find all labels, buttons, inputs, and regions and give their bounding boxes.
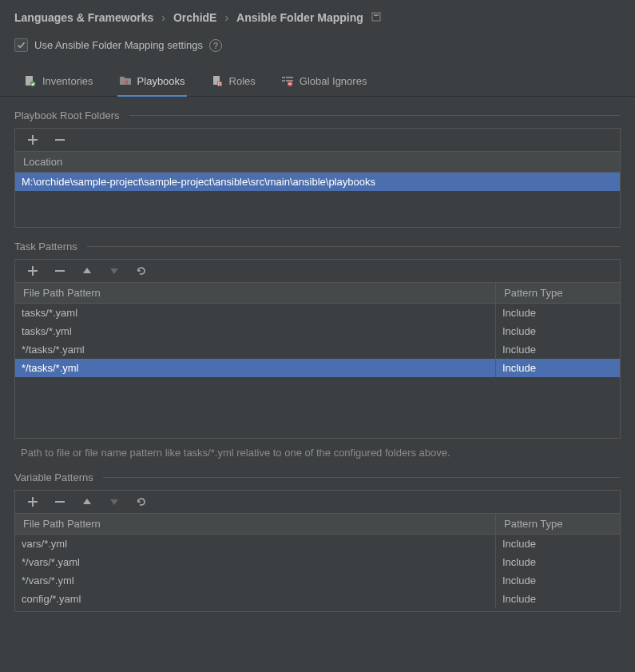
table-row[interactable]: */vars/*.yml Include bbox=[15, 571, 620, 590]
table-row[interactable]: */vars/*.yaml Include bbox=[15, 553, 620, 571]
section-title: Task Patterns bbox=[14, 241, 77, 252]
chevron-right-icon: › bbox=[161, 11, 165, 24]
table-row[interactable]: M:\orchide\sample-project\sample-project… bbox=[15, 173, 620, 191]
variable-patterns-panel: File Path Pattern Pattern Type vars/*.ym… bbox=[14, 490, 621, 612]
column-header-type[interactable]: Pattern Type bbox=[496, 514, 620, 534]
cell-pattern: */tasks/*.yaml bbox=[15, 340, 496, 359]
column-header-location[interactable]: Location bbox=[15, 152, 620, 172]
cell-type: Include bbox=[496, 553, 620, 571]
add-icon[interactable] bbox=[26, 264, 39, 277]
table-row[interactable]: tasks/*.yaml Include bbox=[15, 304, 620, 322]
tab-label: Inventories bbox=[42, 75, 93, 87]
table-row[interactable]: vars/*.yml Include bbox=[15, 535, 620, 553]
svg-rect-7 bbox=[282, 77, 285, 78]
use-settings-label: Use Ansible Folder Mapping settings bbox=[34, 39, 203, 51]
cell-pattern: */vars/*.yml bbox=[15, 571, 496, 590]
roles-icon: R bbox=[211, 75, 224, 88]
cell-pattern: vars/*.yml bbox=[15, 535, 496, 553]
variable-patterns-rows: vars/*.yml Include */vars/*.yaml Include… bbox=[15, 535, 620, 611]
tab-roles[interactable]: R Roles bbox=[209, 66, 257, 96]
add-icon[interactable] bbox=[26, 495, 39, 508]
task-patterns-table-header: File Path Pattern Pattern Type bbox=[15, 283, 620, 304]
cell-type: Include bbox=[496, 340, 620, 359]
cell-pattern: */vars/*.yaml bbox=[15, 553, 496, 571]
svg-rect-12 bbox=[288, 83, 292, 84]
root-folders-rows: M:\orchide\sample-project\sample-project… bbox=[15, 173, 620, 227]
svg-rect-9 bbox=[282, 80, 285, 82]
playbooks-icon bbox=[119, 74, 132, 87]
chevron-right-icon: › bbox=[224, 11, 228, 24]
table-row[interactable]: config/*.yaml Include bbox=[15, 590, 620, 608]
tab-label: Roles bbox=[229, 75, 256, 87]
global-ignores-icon bbox=[281, 75, 294, 88]
section-divider bbox=[129, 115, 621, 116]
root-folders-table-header: Location bbox=[15, 152, 620, 173]
move-down-icon bbox=[108, 495, 121, 508]
expand-icon[interactable] bbox=[371, 12, 381, 24]
column-header-type[interactable]: Pattern Type bbox=[496, 283, 620, 303]
remove-icon[interactable] bbox=[54, 133, 66, 146]
task-patterns-toolbar bbox=[15, 260, 620, 283]
variable-patterns-table-header: File Path Pattern Pattern Type bbox=[15, 514, 620, 535]
cell-pattern: tasks/*.yaml bbox=[15, 304, 496, 322]
move-down-icon bbox=[108, 264, 121, 277]
cell-pattern: tasks/*.yml bbox=[15, 322, 496, 340]
use-settings-checkbox[interactable] bbox=[14, 38, 28, 52]
svg-rect-8 bbox=[286, 77, 293, 78]
root-folders-toolbar bbox=[15, 129, 620, 152]
tab-global-ignores[interactable]: Global Ignores bbox=[280, 66, 369, 96]
task-patterns-rows: tasks/*.yaml Include tasks/*.yml Include… bbox=[15, 304, 620, 438]
cell-type: Include bbox=[496, 590, 620, 608]
svg-rect-1 bbox=[374, 14, 379, 16]
section-root-folders: Playbook Root Folders Location M:\orchid… bbox=[0, 97, 635, 228]
table-row[interactable]: */tasks/*.yml Include bbox=[15, 359, 620, 377]
revert-icon[interactable] bbox=[135, 495, 148, 508]
inventories-icon bbox=[24, 75, 37, 88]
section-title: Playbook Root Folders bbox=[14, 109, 120, 121]
cell-location: M:\orchide\sample-project\sample-project… bbox=[15, 173, 620, 191]
remove-icon[interactable] bbox=[54, 264, 66, 277]
breadcrumb: Languages & Frameworks › OrchidE › Ansib… bbox=[0, 0, 635, 30]
svg-rect-0 bbox=[372, 13, 380, 21]
svg-text:R: R bbox=[217, 82, 221, 86]
cell-pattern: */tasks/*.yml bbox=[15, 359, 496, 377]
tab-inventories[interactable]: Inventories bbox=[22, 66, 95, 96]
svg-rect-10 bbox=[286, 80, 293, 82]
remove-icon[interactable] bbox=[54, 495, 66, 508]
move-up-icon[interactable] bbox=[81, 264, 93, 277]
tab-playbooks[interactable]: Playbooks bbox=[117, 66, 187, 97]
use-settings-row: Use Ansible Folder Mapping settings ? bbox=[0, 30, 635, 66]
section-divider bbox=[103, 477, 621, 478]
cell-type: Include bbox=[496, 322, 620, 340]
column-header-pattern[interactable]: File Path Pattern bbox=[15, 514, 496, 534]
breadcrumb-item[interactable]: OrchidE bbox=[173, 11, 216, 24]
cell-type: Include bbox=[496, 359, 620, 377]
cell-pattern: config/*.yaml bbox=[15, 590, 496, 608]
section-divider bbox=[87, 246, 621, 247]
task-patterns-hint: Path to file or file name pattern like t… bbox=[14, 439, 621, 459]
table-row[interactable]: tasks/*.yml Include bbox=[15, 322, 620, 340]
section-title: Variable Patterns bbox=[14, 471, 93, 483]
help-icon[interactable]: ? bbox=[209, 39, 222, 52]
breadcrumb-item[interactable]: Languages & Frameworks bbox=[14, 11, 153, 24]
tab-label: Global Ignores bbox=[300, 75, 367, 87]
tab-label: Playbooks bbox=[137, 75, 185, 87]
breadcrumb-item[interactable]: Ansible Folder Mapping bbox=[236, 11, 363, 24]
section-variable-patterns: Variable Patterns File Path Pattern Patt… bbox=[0, 459, 635, 612]
column-header-pattern[interactable]: File Path Pattern bbox=[15, 283, 496, 303]
root-folders-panel: Location M:\orchide\sample-project\sampl… bbox=[14, 128, 621, 228]
move-up-icon[interactable] bbox=[81, 495, 93, 508]
cell-type: Include bbox=[496, 571, 620, 590]
table-row[interactable]: */tasks/*.yaml Include bbox=[15, 340, 620, 359]
section-task-patterns: Task Patterns File Path Pattern Pattern … bbox=[0, 228, 635, 459]
add-icon[interactable] bbox=[26, 133, 39, 146]
task-patterns-panel: File Path Pattern Pattern Type tasks/*.y… bbox=[14, 259, 621, 439]
cell-type: Include bbox=[496, 535, 620, 553]
cell-type: Include bbox=[496, 304, 620, 322]
revert-icon[interactable] bbox=[135, 264, 148, 277]
variable-patterns-toolbar bbox=[15, 491, 620, 514]
tabs: Inventories Playbooks R Roles Global Ign… bbox=[0, 66, 635, 97]
